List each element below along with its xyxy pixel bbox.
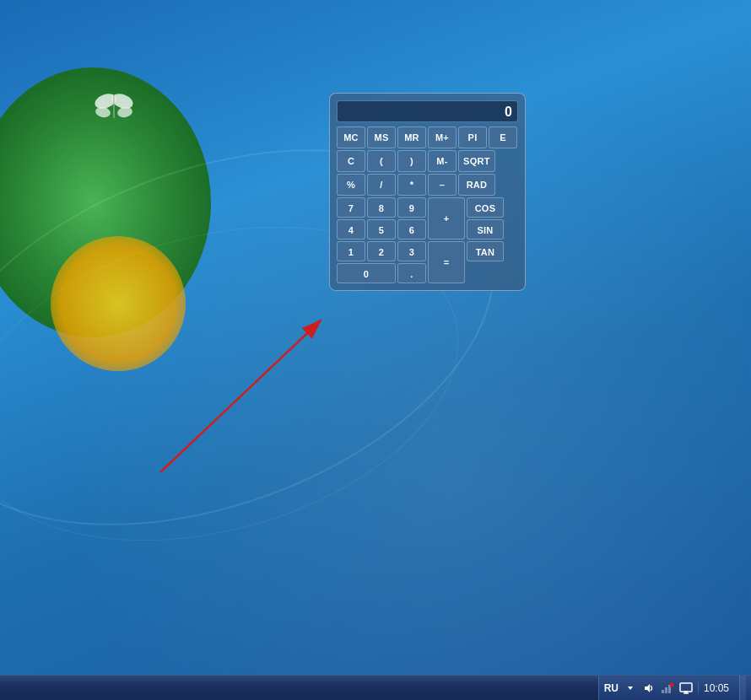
btn-plus[interactable]: + [428,197,465,240]
btn-divide[interactable]: / [367,174,396,196]
btn-4[interactable]: 4 [337,219,365,240]
calc-row-memory: MC MS MR M+ PI E [337,127,518,148]
btn-sin[interactable]: SIN [467,219,504,240]
calculator-widget: 0 MC MS MR M+ PI E C ( ) M- SQRT % / * –… [329,93,526,291]
svg-point-3 [116,106,133,119]
taskbar: RU [0,675,751,700]
btn-0[interactable]: 0 [337,263,396,283]
taskbar-monitor-icon[interactable] [679,681,693,695]
btn-6[interactable]: 6 [397,219,426,240]
btn-clear[interactable]: C [337,150,365,172]
btn-3[interactable]: 3 [397,241,426,261]
btn-5[interactable]: 5 [367,219,396,240]
btn-cos[interactable]: COS [467,197,504,218]
btn-1[interactable]: 1 [337,241,365,261]
taskbar-network-icon[interactable] [661,681,674,695]
svg-marker-7 [628,687,633,690]
btn-dot[interactable]: . [397,263,426,283]
svg-rect-14 [680,683,692,692]
svg-rect-9 [662,690,664,693]
btn-mr[interactable]: MR [397,127,426,148]
calc-rows-6-7: 1 2 3 = TAN 0 . [337,241,518,283]
btn-7[interactable]: 7 [337,197,365,218]
btn-e[interactable]: E [489,127,517,148]
calc-rows-4-5: 7 8 9 + COS 4 5 6 SIN [337,197,518,240]
desktop: 0 MC MS MR M+ PI E C ( ) M- SQRT % / * –… [0,0,751,675]
taskbar-clock[interactable]: 10:05 [698,682,734,694]
svg-marker-8 [645,684,650,692]
btn-percent[interactable]: % [337,174,365,196]
btn-close-paren[interactable]: ) [397,150,426,172]
taskbar-expand-icon[interactable] [624,681,637,695]
btn-multiply[interactable]: * [397,174,426,196]
svg-rect-10 [665,687,667,693]
btn-mminus[interactable]: M- [428,150,457,172]
btn-2[interactable]: 2 [367,241,396,261]
taskbar-language: RU [604,682,619,694]
btn-pi[interactable]: PI [458,127,487,148]
btn-sqrt[interactable]: SQRT [458,150,495,172]
taskbar-volume-icon[interactable] [642,681,656,695]
btn-tan[interactable]: TAN [467,241,504,261]
calc-display: 0 [337,100,518,122]
btn-9[interactable]: 9 [397,197,426,218]
btn-ms[interactable]: MS [367,127,396,148]
btn-8[interactable]: 8 [367,197,396,218]
btn-mplus[interactable]: M+ [428,127,457,148]
btn-equals[interactable]: = [428,241,465,283]
btn-mc[interactable]: MC [337,127,365,148]
calc-row3: % / * – RAD [337,174,518,196]
btn-rad[interactable]: RAD [458,174,495,196]
btn-minus[interactable]: – [428,174,457,196]
btn-open-paren[interactable]: ( [367,150,396,172]
butterfly-icon [93,89,135,122]
taskbar-show-desktop-button[interactable] [739,676,746,701]
calc-row2: C ( ) M- SQRT [337,150,518,172]
svg-point-2 [95,106,111,119]
taskbar-system-tray: RU [598,676,751,700]
